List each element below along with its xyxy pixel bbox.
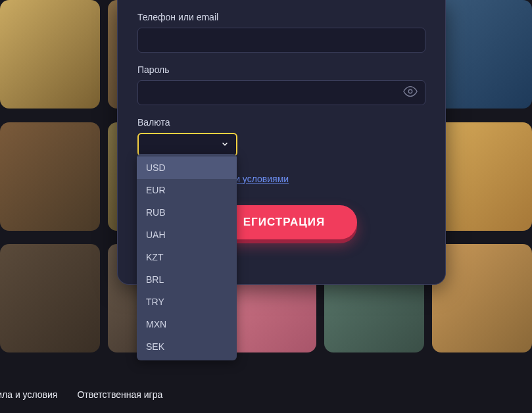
- game-tile[interactable]: [432, 244, 532, 352]
- currency-dropdown: USDEURRUBUAHKZTBRLTRYMXNSEK: [137, 154, 237, 360]
- currency-option[interactable]: RUB: [137, 201, 237, 224]
- currency-option[interactable]: EUR: [137, 179, 237, 201]
- currency-label: Валюта: [137, 117, 425, 128]
- currency-select[interactable]: [137, 133, 237, 157]
- currency-option[interactable]: USD: [137, 157, 237, 179]
- currency-option[interactable]: SEK: [137, 335, 237, 358]
- chevron-down-icon: [220, 139, 230, 151]
- footer-terms-link[interactable]: авила и условия: [0, 389, 57, 400]
- footer-responsible-link[interactable]: Ответственная игра: [77, 389, 162, 400]
- game-tile[interactable]: [432, 0, 532, 109]
- game-tile[interactable]: [0, 244, 100, 352]
- footer-links: авила и условия Ответственная игра: [0, 389, 162, 400]
- currency-option[interactable]: BRL: [137, 268, 237, 291]
- phone-email-label: Телефон или email: [137, 12, 425, 22]
- password-input[interactable]: [137, 80, 425, 105]
- game-tile[interactable]: [0, 0, 100, 109]
- game-tile[interactable]: [0, 122, 100, 231]
- phone-email-input[interactable]: [137, 28, 425, 53]
- currency-option[interactable]: TRY: [137, 291, 237, 313]
- currency-option[interactable]: UAH: [137, 224, 237, 246]
- currency-option[interactable]: MXN: [137, 313, 237, 335]
- currency-option[interactable]: KZT: [137, 246, 237, 268]
- password-label: Пароль: [137, 64, 425, 75]
- svg-point-0: [408, 89, 412, 93]
- eye-icon[interactable]: [403, 84, 418, 101]
- game-tile[interactable]: [432, 122, 532, 231]
